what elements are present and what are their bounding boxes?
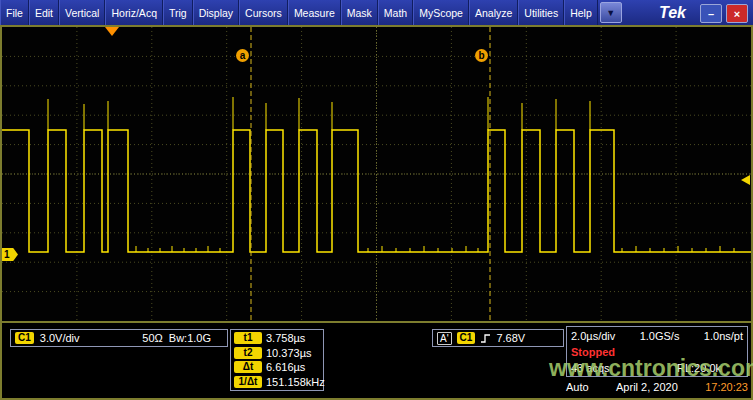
- menu-item-cursors[interactable]: Cursors: [239, 0, 288, 25]
- close-button[interactable]: ×: [726, 4, 748, 23]
- channel1-readout: C1 3.0V/div 50Ω Bw:1.0G: [10, 329, 228, 347]
- graticule-svg: [2, 27, 751, 321]
- resolution-value: 1.0ns/pt: [704, 330, 743, 342]
- channel1-badge: C1: [15, 332, 34, 344]
- trigger-position-marker[interactable]: [105, 27, 119, 36]
- trigger-readout: A' C1 7.68V: [432, 329, 564, 347]
- menubar-spacer: [624, 0, 647, 25]
- t2-badge: t2: [234, 347, 262, 359]
- trigger-level-value: 7.68V: [496, 332, 525, 344]
- rising-edge-icon: [480, 333, 491, 344]
- menu-overflow-button[interactable]: ▼: [600, 2, 622, 23]
- cursor-a-label[interactable]: a: [236, 49, 249, 62]
- menu-item-math[interactable]: Math: [378, 0, 413, 25]
- cursor-dt-row: Δt 6.616µs: [234, 360, 320, 375]
- trigger-mode: Auto: [566, 381, 589, 393]
- menu-item-vertical[interactable]: Vertical: [59, 0, 105, 25]
- channel1-scale: 3.0V/div: [40, 332, 80, 344]
- timebase-value: 2.0µs/div: [571, 330, 615, 342]
- watermark: www.cntronics.com: [549, 355, 753, 382]
- menu: FileEditVerticalHoriz/AcqTrigDisplayCurs…: [0, 0, 598, 25]
- date-label: April 2, 2020: [616, 381, 678, 393]
- channel1-impedance: 50Ω: [142, 332, 162, 344]
- waveform-spikes: [48, 97, 590, 130]
- trigger-a-badge: A': [437, 332, 452, 345]
- timebase-row: 2.0µs/div 1.0GS/s 1.0ns/pt: [571, 328, 743, 344]
- t1-badge: t1: [234, 332, 262, 344]
- menu-item-utilities[interactable]: Utilities: [518, 0, 564, 25]
- inv-dt-badge: 1/Δt: [234, 376, 262, 388]
- cursor-t2-row: t2 10.373µs: [234, 346, 320, 361]
- dt-badge: Δt: [234, 361, 262, 373]
- menu-item-edit[interactable]: Edit: [29, 0, 59, 25]
- waveform-display: 1 ab: [2, 27, 751, 323]
- status-row: Auto April 2, 2020 17:20:23: [566, 381, 748, 393]
- clock: 17:20:23: [705, 381, 748, 393]
- minimize-button[interactable]: –: [700, 4, 722, 23]
- cursor-readout: t1 3.758µs t2 10.373µs Δt 6.616µs 1/Δt 1…: [230, 329, 324, 391]
- dt-value: 6.616µs: [266, 361, 305, 373]
- t2-value: 10.373µs: [266, 347, 311, 359]
- display-frame: 1 ab C1 3.0V/div 50Ω Bw:1.0G t1 3.758µs …: [0, 25, 753, 400]
- inv-dt-value: 151.158kHz: [266, 376, 325, 388]
- menu-item-myscope[interactable]: MyScope: [413, 0, 469, 25]
- menu-item-measure[interactable]: Measure: [288, 0, 341, 25]
- channel1-bandwidth: Bw:1.0G: [169, 332, 211, 344]
- menu-item-analyze[interactable]: Analyze: [469, 0, 518, 25]
- cursor-t1-row: t1 3.758µs: [234, 331, 320, 346]
- waveform-noise: [136, 246, 734, 252]
- trigger-source-badge: C1: [457, 332, 476, 344]
- cursor-freq-row: 1/Δt 151.158kHz: [234, 375, 320, 390]
- cursor-b-label[interactable]: b: [475, 49, 488, 62]
- t1-value: 3.758µs: [266, 332, 305, 344]
- menu-item-trig[interactable]: Trig: [163, 0, 193, 25]
- menubar: FileEditVerticalHoriz/AcqTrigDisplayCurs…: [0, 0, 753, 25]
- sample-rate-value: 1.0GS/s: [640, 330, 680, 342]
- menu-item-help[interactable]: Help: [564, 0, 598, 25]
- tek-logo: Tek: [647, 0, 698, 25]
- menu-item-file[interactable]: File: [0, 0, 29, 25]
- menu-item-mask[interactable]: Mask: [341, 0, 378, 25]
- chevron-down-icon: ▼: [606, 8, 615, 18]
- trigger-level-marker[interactable]: [741, 175, 750, 185]
- menu-item-display[interactable]: Display: [193, 0, 239, 25]
- menu-item-horiz-acq[interactable]: Horiz/Acq: [105, 0, 163, 25]
- tekscope-window: FileEditVerticalHoriz/AcqTrigDisplayCurs…: [0, 0, 753, 400]
